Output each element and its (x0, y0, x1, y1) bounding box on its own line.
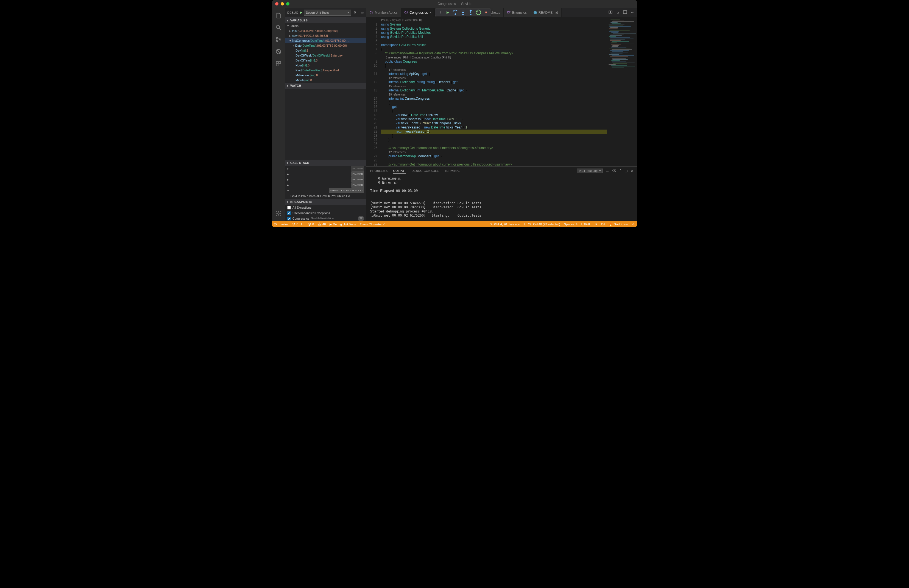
variable-row[interactable]: DayOfWeek [DayOfWeek]: Saturday (285, 53, 366, 58)
split-editor-icon[interactable] (623, 10, 627, 15)
status-item[interactable]: ✎Phil H, 20 days ago (490, 223, 520, 226)
variable-row[interactable]: this: {GovLib.ProPublica.Congress} (285, 28, 366, 33)
continue-button[interactable]: ▶ (444, 9, 451, 16)
code-content[interactable]: using System;using System.Collections.Ge… (381, 17, 607, 166)
zoom-window-button[interactable] (286, 2, 290, 5)
debug-view-icon[interactable] (272, 46, 285, 57)
callstack-section-header[interactable]: CALL STACK (285, 160, 366, 166)
output-filter-icon[interactable]: ☰ (606, 169, 609, 173)
svg-rect-9 (279, 61, 281, 63)
variable-row[interactable]: Date [DateTime]: {01/03/1789 00:00:00} (285, 43, 366, 48)
variable-row[interactable]: Millisecond [int]: 0 (285, 73, 366, 78)
scm-view-icon[interactable] (272, 34, 285, 45)
variable-row[interactable]: Kind [DateTimeKind]: Unspecified (285, 68, 366, 73)
variables-scope-locals[interactable]: Locals (285, 23, 366, 28)
output-channel-dropdown[interactable]: .NET Test Log▾ (577, 168, 603, 173)
tab-close-icon[interactable]: × (430, 10, 432, 15)
error-icon (307, 222, 311, 226)
status-item[interactable]: master (274, 222, 288, 226)
status-item[interactable]: Ln 22, Col 40 (23 selected) (524, 223, 560, 226)
status-item[interactable]: ☺ (632, 223, 635, 226)
stop-button[interactable]: ■ (482, 9, 490, 16)
minimap[interactable] (607, 17, 637, 166)
panel-tab[interactable]: TERMINAL (444, 168, 460, 174)
clear-output-icon[interactable]: ⌫ (612, 169, 616, 173)
breakpoint-row[interactable]: User-Unhandled Exceptions (285, 210, 366, 216)
watch-section[interactable] (285, 89, 366, 160)
svg-point-16 (470, 14, 471, 15)
panel-toggle-icon[interactable]: ▢ (625, 169, 628, 173)
callstack-frame[interactable]: GovLib.ProPublica.dll!GovLib.ProPublica.… (285, 193, 366, 199)
warn-icon (318, 222, 321, 226)
breakpoint-checkbox[interactable] (287, 212, 291, 215)
status-item[interactable]: 🔥GovLib.sln (609, 223, 628, 226)
breakpoints-section: All ExceptionsUser-Unhandled ExceptionsC… (285, 205, 366, 221)
variables-section-header[interactable]: VARIABLES (285, 17, 366, 23)
gutter[interactable]: 12345678 910 11 12 13 141516171819202122… (366, 17, 381, 166)
step-out-button[interactable] (467, 9, 474, 16)
callstack-thread[interactable]: PAUSED (285, 171, 366, 177)
breakpoint-row[interactable]: Congress.cs GovLib.ProPublica22 (285, 216, 366, 221)
status-item[interactable]: 0↓ 1↑ (292, 222, 304, 226)
variable-row[interactable]: Hour [int]: 0 (285, 63, 366, 68)
editor-tab[interactable]: C#MembersApi.cs (366, 8, 401, 17)
variable-row[interactable]: DayOfYear [int]: 3 (285, 58, 366, 63)
debug-settings-icon[interactable]: ⚙ (353, 11, 357, 15)
close-window-button[interactable] (275, 2, 278, 5)
step-into-button[interactable] (459, 9, 467, 16)
svg-line-3 (279, 28, 281, 30)
restart-button[interactable] (475, 9, 482, 16)
status-item[interactable]: LF (594, 223, 597, 226)
search-view-icon[interactable] (272, 22, 285, 33)
status-item[interactable]: 48 (318, 222, 326, 226)
settings-gear-icon[interactable] (272, 208, 285, 219)
variable-row[interactable]: now: {01/14/2018 08:20:53} (285, 33, 366, 38)
variable-row[interactable]: Minute [int]: 0 (285, 78, 366, 82)
explorer-view-icon[interactable] (272, 10, 285, 21)
panel-close-icon[interactable]: ✕ (631, 169, 633, 173)
callstack-thread[interactable]: PAUSED (285, 177, 366, 182)
variable-row[interactable]: firstCongress [DateTime]: {01/03/1789 00… (285, 38, 366, 43)
debug-toolbar[interactable]: ⁞⁞ ▶ ■ (435, 8, 491, 16)
breakpoint-checkbox[interactable] (287, 217, 291, 220)
file-type-icon: i (534, 11, 537, 14)
start-debugging-icon[interactable]: ▶ (300, 11, 302, 14)
svg-point-22 (275, 225, 275, 225)
breakpoint-row[interactable]: All Exceptions (285, 205, 366, 210)
status-item[interactable]: ▶Debug Unit Tests (330, 223, 356, 226)
debug-config-dropdown[interactable]: Debug Unit Tests ▾ (304, 10, 351, 16)
panel-tab[interactable]: DEBUG CONSOLE (412, 168, 439, 174)
watch-section-header[interactable]: WATCH (285, 82, 366, 89)
breakpoint-checkbox[interactable] (287, 206, 291, 210)
status-item[interactable]: Spaces: 4 (564, 223, 577, 226)
status-item[interactable]: Travis CI master ✓ (360, 223, 385, 226)
variable-row[interactable]: Day [int]: 3 (285, 48, 366, 53)
breakpoints-section-header[interactable]: BREAKPOINTS (285, 199, 366, 205)
step-over-button[interactable] (452, 9, 459, 16)
debug-toolbar-grip-icon[interactable]: ⁞⁞ (437, 9, 443, 16)
debug-header: DEBUG ▶ Debug Unit Tests ▾ ⚙ ▭ (285, 8, 366, 17)
editor[interactable]: Phil H, 5 days ago | 1 author (Phil H) 1… (366, 17, 637, 166)
status-item[interactable]: UTF-8 (581, 223, 590, 226)
minimize-window-button[interactable] (281, 2, 284, 5)
callstack-thread[interactable]: PAUSED (285, 182, 366, 188)
status-item[interactable]: C# (601, 223, 605, 226)
more-actions-icon[interactable]: ⋯ (631, 11, 634, 15)
editor-tab[interactable]: iREADME.md (530, 8, 561, 17)
debug-console-icon[interactable]: ▭ (360, 11, 364, 15)
play-icon: ▶ (330, 223, 332, 226)
editor-blame-annotation: Phil H, 5 days ago | 1 author (Phil H) (381, 18, 422, 21)
toggle-whitespace-icon[interactable]: ◇ (616, 11, 619, 15)
editor-tab[interactable]: C#Enums.cs (504, 8, 530, 17)
output-body[interactable]: 0 Warning(s) 0 Error(s) Time Elapsed 00:… (366, 175, 637, 221)
editor-tab[interactable]: C#Congress.cs× (401, 8, 435, 17)
extensions-view-icon[interactable] (272, 58, 285, 69)
panel-tab[interactable]: OUTPUT (393, 168, 406, 174)
callstack-thread[interactable]: PAUSED (285, 166, 366, 171)
compare-changes-icon[interactable] (608, 10, 613, 15)
svg-point-12 (455, 14, 456, 15)
callstack-thread[interactable]: PAUSED ON BREAKPOINT (285, 188, 366, 193)
status-item[interactable]: 0 (307, 222, 314, 226)
panel-tab[interactable]: PROBLEMS (370, 168, 388, 174)
panel-maximize-icon[interactable]: ˄ (620, 169, 621, 173)
